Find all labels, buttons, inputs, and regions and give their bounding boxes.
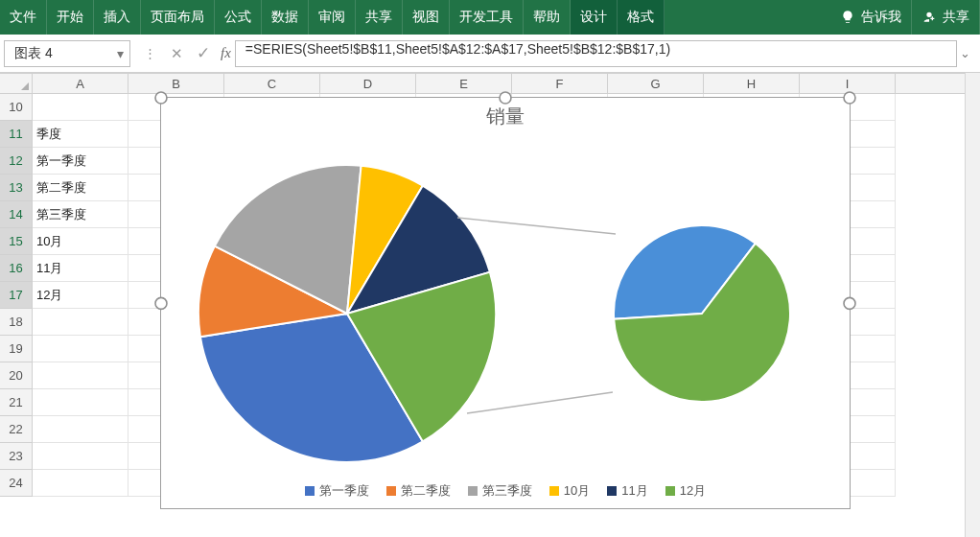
- legend-item[interactable]: 12月: [665, 482, 706, 500]
- chart-title[interactable]: 销量: [161, 98, 850, 131]
- vertical-scrollbar[interactable]: [965, 73, 980, 537]
- cell[interactable]: [33, 362, 128, 389]
- chevron-down-icon: ▾: [117, 46, 124, 61]
- ribbon-tab-view[interactable]: 视图: [403, 0, 450, 35]
- formula-bar: 图表 4 ▾ ⋮ ✕ ✓ fx =SERIES(Sheet5!$B$11,She…: [0, 35, 980, 73]
- lightbulb-icon: [840, 10, 855, 25]
- share-label: 共享: [943, 9, 969, 26]
- row-header[interactable]: 24: [0, 470, 33, 497]
- select-all-corner[interactable]: [0, 74, 33, 93]
- row-header[interactable]: 12: [0, 148, 33, 175]
- row-header[interactable]: 13: [0, 175, 33, 201]
- legend-item[interactable]: 第一季度: [305, 482, 369, 500]
- ribbon-tab-design[interactable]: 设计: [571, 0, 618, 35]
- formula-input[interactable]: =SERIES(Sheet5!$B$11,Sheet5!$A$12:$A$17,…: [235, 40, 957, 67]
- cell[interactable]: [33, 389, 128, 416]
- row-header[interactable]: 10: [0, 94, 33, 121]
- tell-me[interactable]: 告诉我: [830, 0, 912, 35]
- legend-item[interactable]: 11月: [607, 482, 647, 500]
- ribbon: 文件 开始 插入 页面布局 公式 数据 审阅 共享 视图 开发工具 帮助 设计 …: [0, 0, 980, 35]
- row-header[interactable]: 22: [0, 416, 33, 443]
- ribbon-tab-share[interactable]: 共享: [356, 0, 403, 35]
- row-header[interactable]: 15: [0, 228, 33, 255]
- ribbon-tab-data[interactable]: 数据: [262, 0, 309, 35]
- legend-item[interactable]: 10月: [549, 482, 590, 500]
- cell[interactable]: 11月: [33, 255, 128, 282]
- ribbon-tab-formulas[interactable]: 公式: [215, 0, 262, 35]
- cancel-button[interactable]: ✕: [163, 40, 190, 67]
- legend-swatch: [549, 486, 559, 496]
- person-plus-icon: [922, 10, 937, 25]
- legend-swatch: [386, 486, 396, 496]
- cell[interactable]: [33, 443, 128, 470]
- legend-swatch: [607, 486, 617, 496]
- cell[interactable]: 第一季度: [33, 148, 128, 175]
- fx-fill-icon: ⋮: [136, 40, 163, 67]
- ribbon-tab-insert[interactable]: 插入: [94, 0, 141, 35]
- legend-label: 第三季度: [482, 482, 532, 500]
- col-header[interactable]: E: [416, 74, 512, 93]
- col-header[interactable]: D: [320, 74, 416, 93]
- cell[interactable]: 第二季度: [33, 175, 128, 201]
- ribbon-tab-layout[interactable]: 页面布局: [141, 0, 215, 35]
- row-header[interactable]: 21: [0, 389, 33, 416]
- enter-button[interactable]: ✓: [190, 40, 217, 67]
- worksheet-area: A B C D E F G H I 1011季度12第一季度13第二季度14第三…: [0, 73, 980, 537]
- row-header[interactable]: 14: [0, 201, 33, 228]
- fx-icon[interactable]: fx: [217, 45, 235, 61]
- col-header[interactable]: B: [128, 74, 224, 93]
- legend-label: 第一季度: [319, 482, 369, 500]
- col-header[interactable]: H: [704, 74, 800, 93]
- cell[interactable]: 10月: [33, 228, 128, 255]
- name-box[interactable]: 图表 4 ▾: [4, 40, 130, 67]
- row-header[interactable]: 23: [0, 443, 33, 470]
- cell[interactable]: 12月: [33, 282, 128, 309]
- column-headers: A B C D E F G H I: [0, 73, 965, 94]
- row-header[interactable]: 18: [0, 309, 33, 336]
- tell-me-label: 告诉我: [861, 9, 901, 26]
- legend-item[interactable]: 第三季度: [468, 482, 532, 500]
- chart-legend[interactable]: 第一季度第二季度第三季度10月11月12月: [161, 477, 850, 500]
- name-box-value: 图表 4: [14, 45, 53, 62]
- cell[interactable]: [33, 309, 128, 336]
- cell[interactable]: 第三季度: [33, 201, 128, 228]
- col-header[interactable]: G: [608, 74, 704, 93]
- share-btn[interactable]: 共享: [912, 0, 980, 35]
- connector-line: [457, 218, 616, 234]
- cell[interactable]: [33, 470, 128, 497]
- legend-swatch: [468, 486, 478, 496]
- row-header[interactable]: 11: [0, 121, 33, 148]
- row-header[interactable]: 16: [0, 255, 33, 282]
- legend-item[interactable]: 第二季度: [386, 482, 451, 500]
- ribbon-tab-home[interactable]: 开始: [47, 0, 94, 35]
- ribbon-tab-format[interactable]: 格式: [618, 0, 665, 35]
- row-header[interactable]: 19: [0, 336, 33, 362]
- legend-label: 第二季度: [401, 482, 451, 500]
- connector-line: [467, 392, 613, 413]
- row-header[interactable]: 17: [0, 282, 33, 309]
- ribbon-tab-help[interactable]: 帮助: [524, 0, 571, 35]
- legend-label: 11月: [621, 482, 647, 500]
- ribbon-tab-dev[interactable]: 开发工具: [450, 0, 524, 35]
- formula-expand-icon[interactable]: ⌄: [957, 46, 972, 60]
- chart-object[interactable]: 销量 第一季度第二季度第三季度10月11月12月: [160, 97, 851, 509]
- legend-label: 10月: [564, 482, 590, 500]
- col-header[interactable]: I: [800, 74, 896, 93]
- cell[interactable]: 季度: [33, 121, 128, 148]
- cell[interactable]: [33, 336, 128, 362]
- ribbon-tab-review[interactable]: 审阅: [309, 0, 356, 35]
- cell[interactable]: [33, 416, 128, 443]
- chart-body[interactable]: [170, 131, 841, 477]
- legend-label: 12月: [680, 482, 706, 500]
- legend-swatch: [665, 486, 675, 496]
- legend-swatch: [305, 486, 315, 496]
- col-header[interactable]: A: [33, 74, 128, 93]
- cell[interactable]: [33, 94, 128, 121]
- col-header[interactable]: C: [224, 74, 320, 93]
- ribbon-tab-file[interactable]: 文件: [0, 0, 47, 35]
- row-header[interactable]: 20: [0, 362, 33, 389]
- col-header[interactable]: F: [512, 74, 608, 93]
